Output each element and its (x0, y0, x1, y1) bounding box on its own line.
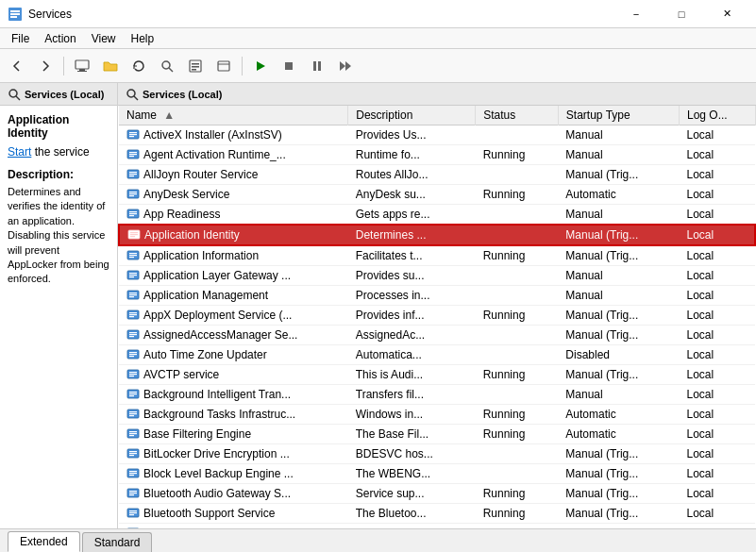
svg-line-8 (169, 68, 173, 72)
back-button[interactable] (4, 53, 30, 79)
cell-startup: Manual (Trig... (558, 484, 679, 504)
svg-rect-68 (129, 336, 134, 337)
folder-button[interactable] (97, 53, 124, 79)
pause-button[interactable] (304, 53, 330, 79)
svg-rect-13 (218, 61, 229, 71)
cell-log: Local (679, 306, 755, 326)
console-button[interactable] (210, 53, 237, 79)
table-row[interactable]: Bluetooth Audio Gateway S... Service sup… (119, 484, 755, 504)
cell-startup: Manual (Trig... (558, 165, 679, 185)
cell-startup: Manual (558, 385, 679, 405)
svg-rect-84 (129, 415, 134, 416)
cell-status (476, 165, 559, 185)
svg-rect-64 (129, 316, 134, 317)
table-row[interactable]: Block Level Backup Engine ... The WBENG.… (119, 464, 755, 484)
computer-button[interactable] (69, 53, 95, 79)
table-row[interactable]: App Readiness Gets apps re... Manual Loc… (119, 205, 755, 226)
menu-action[interactable]: Action (37, 28, 83, 49)
svg-point-23 (127, 90, 135, 97)
table-row[interactable]: AVCTP service This is Audi... Running Ma… (119, 365, 755, 385)
tab-extended[interactable]: Extended (8, 531, 80, 552)
cell-startup: Manual (Trig... (558, 365, 679, 385)
cell-log: Local (679, 125, 755, 145)
col-header-status[interactable]: Status (476, 106, 559, 125)
svg-rect-43 (129, 213, 137, 214)
table-row[interactable]: Bluetooth Support Service The Bluetoo...… (119, 504, 755, 524)
menu-file[interactable]: File (4, 28, 37, 49)
properties-button[interactable] (182, 53, 209, 79)
stop-button[interactable] (276, 53, 302, 79)
refresh-button[interactable] (126, 53, 152, 79)
svg-rect-2 (10, 13, 20, 15)
menu-help[interactable]: Help (124, 28, 162, 49)
close-button[interactable]: ✕ (705, 0, 748, 28)
cell-startup: Disabled (558, 345, 679, 365)
services-table-container[interactable]: Name ▲ Description Status Startup Type L… (118, 106, 756, 528)
start-service-link[interactable]: Start (8, 145, 31, 159)
cell-status: Running (476, 365, 559, 385)
restart-button[interactable] (332, 53, 359, 79)
cell-log: Local (679, 245, 755, 266)
cell-log: Local (679, 504, 755, 524)
maximize-button[interactable]: □ (660, 0, 703, 28)
menu-bar: File Action View Help (0, 28, 756, 49)
cell-desc: AnyDesk su... (348, 185, 476, 205)
col-header-desc[interactable]: Description (348, 106, 476, 125)
title-bar-left: Services (8, 7, 72, 22)
minimize-button[interactable]: − (614, 0, 658, 28)
cell-desc: Gets apps re... (348, 205, 476, 226)
svg-rect-36 (129, 176, 134, 176)
table-row[interactable]: ActiveX Installer (AxInstSV) Provides Us… (119, 125, 755, 145)
cell-desc: Provides inf... (348, 306, 476, 326)
tab-standard[interactable]: Standard (82, 532, 153, 552)
cell-status (476, 205, 559, 226)
cell-status: Running (476, 504, 559, 524)
cell-log: Local (679, 286, 755, 306)
table-row[interactable]: Agent Activation Runtime_... Runtime fo.… (119, 145, 755, 165)
table-row[interactable]: Base Filtering Engine The Base Fil... Ru… (119, 425, 755, 444)
cell-status: Running (476, 524, 559, 529)
table-row[interactable]: Bluetooth User Support Ser... The Blueto… (119, 524, 755, 529)
cell-name: AssignedAccessManager Se... (119, 326, 348, 345)
col-header-name[interactable]: Name ▲ (119, 106, 348, 125)
forward-button[interactable] (32, 53, 59, 79)
table-row[interactable]: Application Layer Gateway ... Provides s… (119, 266, 755, 286)
search-button[interactable] (154, 53, 180, 79)
left-panel-header: Services (Local) (0, 83, 117, 106)
cell-log: Local (679, 225, 755, 245)
cell-desc: Routes AllJo... (348, 165, 476, 185)
cell-startup: Manual (Trig... (558, 326, 679, 345)
table-row[interactable]: Application Management Processes in... M… (119, 286, 755, 306)
cell-startup: Manual (Trig... (558, 306, 679, 326)
main-area: Services (Local) Application Identity St… (0, 83, 756, 528)
cell-name: AppX Deployment Service (... (119, 306, 348, 326)
table-row[interactable]: Background Tasks Infrastruc... Windows i… (119, 405, 755, 425)
svg-rect-100 (129, 494, 134, 495)
table-row[interactable]: AssignedAccessManager Se... AssignedAc..… (119, 326, 755, 345)
menu-view[interactable]: View (84, 28, 124, 49)
table-row[interactable]: Background Intelligent Tran... Transfers… (119, 385, 755, 405)
col-header-log[interactable]: Log O... (679, 106, 755, 125)
table-row[interactable]: AppX Deployment Service (... Provides in… (119, 306, 755, 326)
start-button[interactable] (247, 53, 274, 79)
cell-name: Application Management (119, 286, 348, 306)
cell-name: AllJoyn Router Service (119, 165, 348, 185)
cell-status (476, 444, 559, 464)
table-row[interactable]: AllJoyn Router Service Routes AllJo... M… (119, 165, 755, 185)
svg-rect-96 (129, 475, 134, 476)
svg-rect-26 (129, 132, 137, 133)
cell-log: Local (679, 205, 755, 226)
cell-desc: The Base Fil... (348, 425, 476, 444)
svg-rect-18 (318, 61, 321, 71)
table-row[interactable]: AnyDesk Service AnyDesk su... Running Au… (119, 185, 755, 205)
cell-desc: Service sup... (348, 484, 476, 504)
table-row[interactable]: BitLocker Drive Encryption ... BDESVC ho… (119, 444, 755, 464)
cell-name: Application Identity (119, 225, 348, 245)
table-row[interactable]: Application Information Facilitates t...… (119, 245, 755, 266)
cell-log: Local (679, 345, 755, 365)
col-header-startup[interactable]: Startup Type (558, 106, 679, 125)
description-text: Determines and verifies the identity of … (8, 185, 109, 287)
svg-marker-19 (340, 61, 345, 71)
table-row[interactable]: Application Identity Determines ... Manu… (119, 225, 755, 245)
table-row[interactable]: Auto Time Zone Updater Automatica... Dis… (119, 345, 755, 365)
